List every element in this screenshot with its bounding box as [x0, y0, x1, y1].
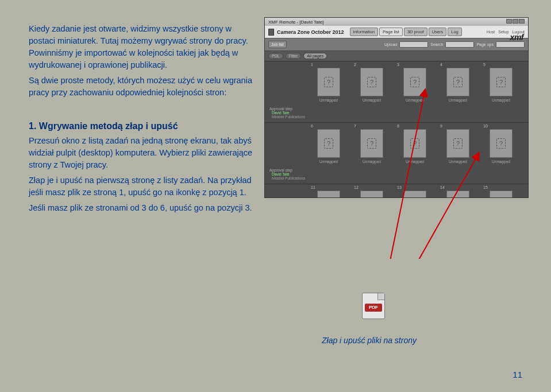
approval-org: Mirabel Publications	[272, 115, 523, 119]
tab-3d-proof[interactable]: 3D proof	[404, 28, 427, 36]
tab-information[interactable]: Information	[350, 28, 379, 36]
page-num-4: 4	[440, 63, 483, 67]
body-1b: Złap je i upuść na pierwszą stronę z lis…	[29, 174, 259, 199]
page-num-7: 7	[354, 124, 397, 128]
page-thumb[interactable]: ?Unmapped	[397, 68, 433, 102]
page-num-6: 6	[311, 124, 354, 128]
approval-user: David Tate	[272, 172, 290, 176]
doc-icon	[268, 29, 274, 36]
page-thumb[interactable]	[311, 191, 346, 194]
intro-para-2: Są dwie proste metody, których możesz uż…	[29, 75, 259, 99]
page-thumb[interactable]	[483, 191, 519, 194]
tab-page-list[interactable]: Page list	[379, 28, 403, 36]
upload-field[interactable]	[399, 41, 428, 48]
window-buttons	[506, 19, 525, 25]
page-thumb[interactable]	[440, 191, 476, 194]
window-titlebar: XMF Remote - [David Tate]	[265, 18, 528, 26]
page-thumb[interactable]	[397, 191, 433, 194]
approval-org: Mirabel Publications	[272, 176, 523, 180]
pill-pdl[interactable]: PDL	[268, 53, 283, 59]
row-nums-3: 11 12 13 14 15	[265, 184, 528, 189]
search-field[interactable]	[445, 41, 474, 48]
approval-label: Approval step	[269, 107, 523, 111]
pageops-field[interactable]	[496, 41, 525, 48]
tab-users[interactable]: Users	[429, 28, 447, 36]
page-num-1: 1	[311, 63, 354, 67]
thumbs-row-2: ?Unmapped ?Unmapped ?Unmapped ?Unmapped …	[265, 128, 528, 167]
pages-area: 1 2 3 4 5 ?Unmapped ?Unmapped ?Unmapped …	[265, 61, 528, 197]
page-num-15: 15	[483, 185, 526, 189]
page-num-8: 8	[397, 124, 440, 128]
page-thumb[interactable]: ?Unmapped	[397, 129, 433, 164]
tab-log[interactable]: Log	[448, 28, 462, 36]
pdf-label: PDF	[365, 304, 382, 312]
filter-bar: PDL Filter All pages	[265, 51, 528, 61]
page-thumb[interactable]: ?Unmapped	[354, 68, 390, 102]
text-column: Kiedy zadanie jest otwarte, widzimy wszy…	[29, 23, 259, 218]
body-1a: Przesuń okno z listą zadań na jedną stro…	[29, 135, 259, 171]
page-thumb[interactable]	[354, 191, 390, 194]
pdf-file-icon[interactable]: PDF	[362, 293, 385, 319]
upload-label: Upload	[384, 42, 397, 46]
page-num-13: 13	[397, 185, 440, 189]
job-list-button[interactable]: Job list	[268, 41, 287, 48]
top-row: Camera Zone October 2012 Information Pag…	[265, 26, 528, 38]
approval-user: David Tate	[272, 111, 290, 115]
thumbs-row-3	[265, 189, 528, 197]
page-num-5: 5	[483, 63, 526, 67]
page-num-9: 9	[440, 124, 483, 128]
sub-toolbar: Job list Upload Search Page ops	[265, 38, 528, 51]
page-thumb[interactable]: ?Unmapped	[311, 129, 346, 164]
nav-host[interactable]: Host	[487, 30, 495, 34]
page-number: 11	[513, 370, 522, 379]
section-heading-1: 1. Wgrywanie metodą złap i upuść	[29, 119, 259, 133]
page-thumb[interactable]: ?Unmapped	[483, 129, 519, 164]
approval-block-1: Approval step David Tate Mirabel Publica…	[265, 106, 528, 123]
pageops-label: Page ops	[476, 42, 494, 46]
approval-block-2: Approval step David Tate Mirabel Publica…	[265, 167, 528, 184]
row-nums-2: 6 7 8 9 10	[265, 123, 528, 128]
thumbs-row-1: ?Unmapped ?Unmapped ?Unmapped ?Unmapped …	[265, 67, 528, 106]
app-logo: xmf	[510, 33, 523, 42]
row-nums-1: 1 2 3 4 5	[265, 61, 528, 67]
page-num-2: 2	[354, 63, 397, 67]
page-num-14: 14	[440, 185, 483, 189]
page-thumb[interactable]: ?Unmapped	[483, 68, 519, 102]
approval-label: Approval step	[269, 168, 523, 172]
figure-caption: Złap i upuść pliki na strony	[322, 336, 417, 345]
search-label: Search	[430, 42, 443, 46]
page-num-12: 12	[354, 185, 397, 189]
intro-para-1: Kiedy zadanie jest otwarte, widzimy wszy…	[29, 23, 259, 71]
page-thumb[interactable]: ?Unmapped	[440, 68, 476, 102]
body-1c: Jeśli masz plik ze stronami od 3 do 6, u…	[29, 202, 259, 214]
pill-filter[interactable]: Filter	[286, 53, 302, 59]
window-title: XMF Remote - [David Tate]	[268, 20, 323, 25]
app-screenshot: XMF Remote - [David Tate] Camera Zone Oc…	[264, 17, 529, 198]
job-title: Camera Zone October 2012	[277, 29, 344, 35]
nav-setup[interactable]: Setup	[498, 30, 508, 34]
page-thumb[interactable]: ?Unmapped	[354, 129, 390, 164]
page-thumb[interactable]: ?Unmapped	[311, 68, 346, 102]
page-num-11: 11	[311, 185, 354, 189]
page-num-10: 10	[483, 124, 526, 128]
page-thumb[interactable]: ?Unmapped	[440, 129, 476, 164]
pill-all-pages[interactable]: All pages	[303, 53, 327, 59]
page-num-3: 3	[397, 63, 440, 67]
